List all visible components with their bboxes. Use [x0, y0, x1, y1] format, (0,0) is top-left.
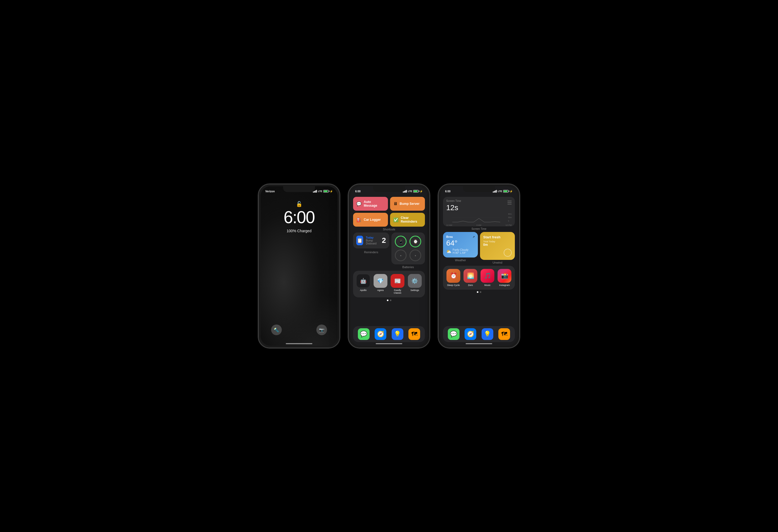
server-icon: 🖥 — [393, 201, 397, 206]
unwind-widget-wrapper: Start fresh Total Today 0m Unwind — [480, 232, 515, 264]
chart-time-12am: 12 AM — [446, 224, 452, 227]
message-icon: 💬 — [356, 201, 362, 206]
camera-button[interactable]: 📷 — [316, 325, 327, 335]
maps-dock-icon[interactable]: 🗺 — [498, 328, 510, 340]
instagram-label: Instagram — [499, 284, 510, 286]
notch — [463, 186, 495, 192]
battery-icon — [323, 190, 329, 193]
feedly-icon: 📰 — [391, 274, 404, 288]
app-item-zero[interactable]: 🌅 Zero — [463, 269, 478, 286]
battery-cell-1: 📱 — [395, 236, 407, 247]
sleep-cycle-label: Sleep Cycle — [447, 284, 460, 286]
flashlight-button[interactable]: 🔦 — [271, 325, 282, 335]
home-indicator[interactable] — [286, 343, 312, 344]
weather-unwind-row: Brea ↗ 64° ⛅ Partly Cloudy H:90° L:64° — [443, 232, 515, 264]
reminders-today-label: Today — [366, 236, 379, 239]
app-item-feedly[interactable]: 📰 Feedly Classic — [391, 274, 405, 294]
screen-time-widget: Screen Time 12s 60m 30m 0 — [443, 197, 515, 227]
lte-label: LTE — [498, 190, 502, 193]
weather-temp: 64° — [446, 239, 475, 247]
battery-circle-4: ● — [409, 250, 421, 261]
settings-icon: ⚙️ — [408, 274, 422, 288]
chart-label-60m: 60m — [508, 213, 512, 215]
dock: 💬 🧭 💡 🗺 — [443, 326, 515, 342]
batteries-grid: 📱 ⌚ ● ● — [395, 236, 422, 261]
app-item-instagram[interactable]: 📸 Instagram — [497, 269, 512, 286]
shortcuts-section-title: Shortcuts — [353, 228, 425, 231]
dot-2 — [390, 299, 391, 301]
screen-time-chart: 60m 30m 0 12 AM 6 AM — [446, 213, 512, 224]
battery-fill — [414, 190, 417, 192]
music-icon: 🎵 — [480, 269, 494, 283]
phone-homescreen: 6:00 LTE ⚡ — [438, 184, 520, 348]
auto-message-shortcut[interactable]: 💬 Auto Message — [353, 197, 388, 211]
app-item-settings[interactable]: ⚙️ Settings — [408, 274, 422, 294]
weather-hilo: H:90° L:64° — [453, 251, 468, 254]
app-item-sleepcycle[interactable]: ⏰ Sleep Cycle — [446, 269, 461, 286]
unwind-widget-label: Unwind — [480, 261, 515, 264]
page-indicator — [353, 299, 425, 301]
reminders-count: 2 — [382, 236, 386, 245]
unwind-circle — [504, 249, 512, 257]
safari-dock-icon[interactable]: 🧭 — [465, 328, 476, 340]
app-item-apollo[interactable]: 🤖 Apollo — [356, 274, 370, 294]
reminders-app-icon: 📋 — [356, 236, 363, 245]
auto-message-label: Auto Message — [364, 200, 385, 207]
battery-fill — [324, 190, 327, 192]
notch — [373, 186, 405, 192]
battery-circle-phone: 📱 — [395, 236, 406, 247]
notch — [283, 186, 315, 192]
home-indicator[interactable] — [466, 343, 492, 344]
maps-dock-icon[interactable]: 🗺 — [408, 328, 420, 340]
phones-container: Verizon LTE ⚡ 🔓 6:00 100% — [258, 184, 520, 348]
home-indicator[interactable] — [376, 343, 402, 344]
phone-lockscreen: Verizon LTE ⚡ 🔓 6:00 100% — [258, 184, 340, 348]
car-logger-shortcut[interactable]: ⛽ Car Logger — [353, 213, 388, 227]
reminders-info: Today Bump Disboard — [366, 236, 379, 245]
settings-label: Settings — [410, 289, 419, 291]
battery-circle-watch: ⌚ — [409, 236, 421, 247]
agora-label: Agora — [377, 289, 384, 291]
safari-dock-icon[interactable]: 🧭 — [375, 328, 386, 340]
apollo-label: Apollo — [360, 289, 367, 291]
chart-time-12pm: 12 PM — [505, 224, 512, 227]
screen-time-section-label: Screen Time — [440, 228, 518, 230]
batteries-widget-inner: 📱 ⌚ ● ● — [391, 233, 425, 264]
unwind-widget: Start fresh Total Today 0m — [480, 232, 515, 260]
clear-reminders-shortcut[interactable]: ✅ Clear Reminders — [390, 213, 425, 227]
battery-icon — [413, 190, 418, 193]
reminders-widget-label: Reminders — [353, 251, 389, 254]
sleep-cycle-icon: ⏰ — [447, 269, 460, 283]
chart-time-6am: 6 AM — [476, 224, 481, 227]
bump-server-shortcut[interactable]: 🖥 Bump Server — [390, 197, 425, 211]
music-label: Music — [484, 284, 491, 286]
home-app-grid: ⏰ Sleep Cycle 🌅 Zero 🎵 Mu — [443, 266, 515, 290]
zero-icon: 🌅 — [464, 269, 477, 283]
lockscreen-wave — [260, 292, 338, 346]
battery-cell-2: ⌚ — [409, 236, 422, 247]
agora-icon: 💎 — [374, 274, 387, 288]
hue-dock-icon[interactable]: 💡 — [392, 328, 403, 340]
carrier-label: Verizon — [265, 190, 275, 193]
battery-fill — [504, 190, 508, 192]
status-right: LTE ⚡ — [403, 190, 423, 193]
chart-svg — [446, 213, 512, 223]
app-grid: 🤖 Apollo 💎 Agora 📰 Feedl — [353, 271, 425, 297]
car-icon: ⛽ — [356, 217, 362, 223]
app-item-music[interactable]: 🎵 Music — [480, 269, 495, 286]
dot-1 — [387, 299, 388, 301]
status-right: LTE ⚡ — [313, 190, 333, 193]
hue-dock-icon[interactable]: 💡 — [482, 328, 493, 340]
apollo-icon: 🤖 — [356, 274, 370, 288]
time-label: 6:00 — [445, 190, 451, 193]
app-item-agora[interactable]: 💎 Agora — [374, 274, 388, 294]
battery-cell-4: ● — [409, 250, 422, 261]
phone-widgets: 6:00 LTE ⚡ — [348, 184, 430, 348]
reminders-sub-label: Bump Disboard — [366, 239, 379, 245]
messages-dock-icon[interactable]: 💬 — [448, 328, 460, 340]
messages-dock-icon[interactable]: 💬 — [358, 328, 370, 340]
shortcuts-widget: 💬 Auto Message 🖥 Bump Server ⛽ Car Logge… — [353, 197, 425, 227]
unwind-total-label: Total Today — [483, 240, 512, 243]
feedly-label: Feedly Classic — [391, 289, 405, 294]
chart-label-30m: 30m — [508, 216, 512, 218]
